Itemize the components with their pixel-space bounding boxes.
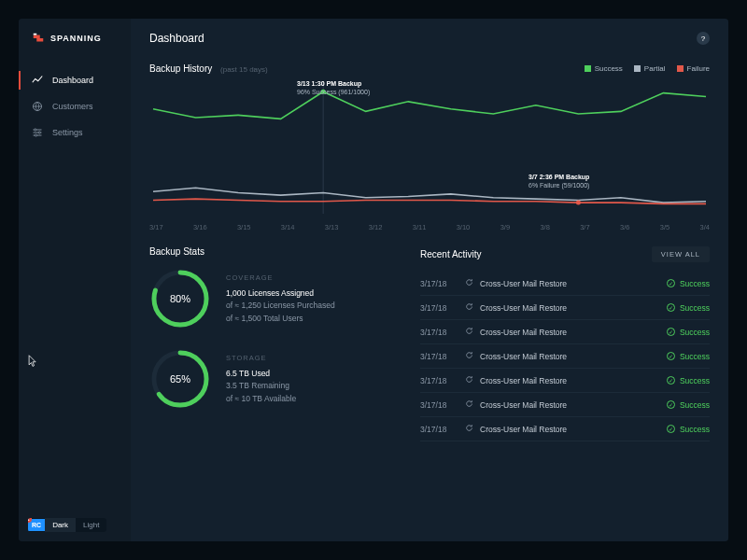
storage-ring: 65% bbox=[149, 348, 211, 410]
activity-status: ✓ Success bbox=[667, 400, 710, 410]
activity-date: 3/17/18 bbox=[420, 376, 465, 385]
storage-line3: of ≈ 10 TB Available bbox=[226, 393, 296, 406]
refresh-icon bbox=[465, 327, 480, 337]
coverage-line2: of ≈ 1,250 Licenses Purchased bbox=[226, 300, 335, 313]
coverage-line1: 1,000 Licenses Assigned bbox=[226, 287, 335, 301]
activity-name: Cross-User Mail Restore bbox=[480, 400, 667, 410]
check-circle-icon: ✓ bbox=[667, 352, 675, 360]
activity-row[interactable]: 3/17/18 Cross-User Mail Restore ✓ Succes… bbox=[420, 296, 710, 320]
backup-history-section: Backup History (past 15 days) Success Pa… bbox=[149, 63, 710, 246]
svg-point-4 bbox=[35, 134, 36, 136]
sidebar: SPANNING Dashboard Customers Settings bbox=[19, 19, 131, 541]
x-axis-tick: 3/17 bbox=[149, 223, 163, 231]
activity-status: ✓ Success bbox=[667, 425, 710, 434]
help-icon: ? bbox=[701, 35, 705, 43]
chart-x-axis: 3/173/163/153/143/133/123/113/103/93/83/… bbox=[149, 219, 710, 246]
coverage-line3: of ≈ 1,500 Total Users bbox=[226, 313, 335, 326]
activity-status: ✓ Success bbox=[667, 279, 710, 288]
history-chart[interactable]: 3/13 1:30 PM Backup 96% Success (961/100… bbox=[149, 83, 710, 214]
x-axis-tick: 3/14 bbox=[281, 223, 295, 231]
refresh-icon bbox=[465, 302, 480, 313]
sidebar-item-dashboard[interactable]: Dashboard bbox=[19, 67, 131, 93]
activity-row[interactable]: 3/17/18 Cross-User Mail Restore ✓ Succes… bbox=[420, 417, 710, 441]
legend-swatch-icon bbox=[677, 65, 684, 72]
refresh-icon bbox=[465, 351, 480, 361]
brand-mark-icon bbox=[32, 32, 45, 45]
page-title: Dashboard bbox=[149, 32, 204, 45]
refresh-icon bbox=[465, 424, 480, 434]
theme-option-dark[interactable]: Dark bbox=[45, 518, 76, 532]
recent-activity-section: Recent Activity VIEW ALL 3/17/18 Cross-U… bbox=[420, 246, 710, 441]
activity-status: ✓ Success bbox=[667, 376, 710, 385]
refresh-icon bbox=[465, 375, 480, 385]
backup-stats-section: Backup Stats 80% COVERAGE 1,000 Licenses… bbox=[149, 246, 392, 441]
x-axis-tick: 3/11 bbox=[413, 223, 427, 231]
legend-failure: Failure bbox=[677, 64, 710, 73]
storage-pct: 65% bbox=[149, 348, 211, 410]
activity-name: Cross-User Mail Restore bbox=[480, 279, 667, 288]
coverage-pct: 80% bbox=[149, 268, 211, 329]
chart-legend: Success Partial Failure bbox=[585, 64, 710, 73]
coverage-ring: 80% bbox=[149, 268, 211, 329]
chart-line-icon bbox=[32, 75, 43, 86]
coverage-label: COVERAGE bbox=[226, 273, 335, 284]
check-circle-icon: ✓ bbox=[667, 425, 675, 433]
activity-name: Cross-User Mail Restore bbox=[480, 303, 667, 313]
svg-rect-0 bbox=[34, 34, 37, 35]
theme-option-light[interactable]: Light bbox=[76, 518, 106, 532]
activity-row[interactable]: 3/17/18 Cross-User Mail Restore ✓ Succes… bbox=[420, 320, 710, 344]
activity-date: 3/17/18 bbox=[420, 352, 465, 361]
sidebar-item-settings[interactable]: Settings bbox=[19, 119, 131, 146]
globe-icon bbox=[32, 101, 43, 112]
sidebar-item-label: Settings bbox=[52, 128, 83, 137]
activity-date: 3/17/18 bbox=[420, 279, 465, 288]
activity-name: Cross-User Mail Restore bbox=[480, 376, 667, 385]
view-all-button[interactable]: VIEW ALL bbox=[652, 246, 710, 262]
brand-name: SPANNING bbox=[50, 34, 102, 43]
activity-name: Cross-User Mail Restore bbox=[480, 352, 667, 361]
sidebar-item-label: Dashboard bbox=[52, 76, 93, 85]
storage-label: STORAGE bbox=[226, 353, 296, 364]
legend-success: Success bbox=[585, 64, 623, 73]
activity-status: ✓ Success bbox=[667, 328, 710, 337]
activity-row[interactable]: 3/17/18 Cross-User Mail Restore ✓ Succes… bbox=[420, 272, 710, 296]
theme-badge[interactable]: 1 RC bbox=[28, 519, 45, 531]
activity-row[interactable]: 3/17/18 Cross-User Mail Restore ✓ Succes… bbox=[420, 393, 710, 417]
svg-point-2 bbox=[35, 129, 36, 131]
legend-swatch-icon bbox=[634, 65, 641, 72]
check-circle-icon: ✓ bbox=[667, 376, 675, 385]
activity-name: Cross-User Mail Restore bbox=[480, 425, 667, 434]
svg-point-3 bbox=[38, 132, 40, 133]
activity-date: 3/17/18 bbox=[420, 328, 465, 337]
x-axis-tick: 3/15 bbox=[237, 223, 251, 231]
x-axis-tick: 3/9 bbox=[500, 223, 510, 231]
sidebar-nav: Dashboard Customers Settings bbox=[19, 67, 131, 146]
activity-title: Recent Activity bbox=[420, 249, 482, 259]
theme-switch: 1 RC Dark Light bbox=[28, 518, 106, 532]
refresh-icon bbox=[465, 399, 480, 410]
activity-date: 3/17/18 bbox=[420, 425, 465, 434]
chart-tooltip-success: 3/13 1:30 PM Backup 96% Success (961/100… bbox=[297, 79, 370, 96]
refresh-icon bbox=[465, 278, 480, 288]
check-circle-icon: ✓ bbox=[667, 279, 675, 287]
svg-point-7 bbox=[576, 201, 581, 205]
x-axis-tick: 3/6 bbox=[620, 223, 629, 231]
main-content: Dashboard ? Backup History (past 15 days… bbox=[131, 19, 728, 541]
x-axis-tick: 3/8 bbox=[540, 223, 549, 231]
help-button[interactable]: ? bbox=[697, 32, 710, 45]
chart-tooltip-failure: 3/7 2:36 PM Backup 6% Failure (59/1000) bbox=[529, 173, 589, 189]
check-circle-icon: ✓ bbox=[667, 303, 675, 312]
x-axis-tick: 3/5 bbox=[660, 223, 669, 231]
sidebar-item-customers[interactable]: Customers bbox=[19, 93, 131, 119]
activity-row[interactable]: 3/17/18 Cross-User Mail Restore ✓ Succes… bbox=[420, 344, 710, 369]
activity-date: 3/17/18 bbox=[420, 303, 465, 313]
legend-swatch-icon bbox=[585, 65, 591, 72]
stats-title: Backup Stats bbox=[149, 246, 392, 257]
history-subtitle: (past 15 days) bbox=[220, 65, 268, 74]
activity-name: Cross-User Mail Restore bbox=[480, 328, 667, 337]
x-axis-tick: 3/16 bbox=[193, 223, 207, 231]
storage-line1: 6.5 TB Used bbox=[226, 368, 296, 381]
stat-storage: 65% STORAGE 6.5 TB Used 3.5 TB Remaining… bbox=[149, 348, 392, 410]
activity-row[interactable]: 3/17/18 Cross-User Mail Restore ✓ Succes… bbox=[420, 369, 710, 393]
sidebar-item-label: Customers bbox=[52, 102, 93, 111]
